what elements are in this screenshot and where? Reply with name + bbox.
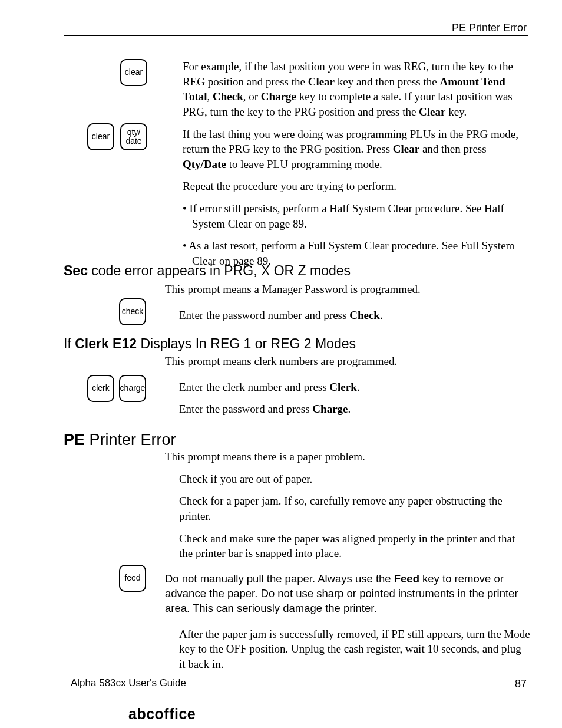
- text: Do not manually pull the paper. Always u…: [165, 572, 394, 585]
- text-bold: Clear: [393, 143, 419, 155]
- heading-bold: PE: [64, 431, 85, 449]
- check-key-icon: check: [119, 298, 146, 325]
- footer-guide: Alpha 583cx User's Guide: [71, 677, 186, 690]
- text: This prompt means a Manager Password is …: [165, 282, 530, 297]
- text: Enter the password number and press: [179, 309, 349, 321]
- text-bold: Check: [213, 90, 243, 103]
- bullet-item: • If error still persists, perform a Hal…: [183, 201, 530, 231]
- text: Enter the clerk number and press: [179, 381, 329, 393]
- text: , or: [243, 90, 261, 103]
- heading-text: Printer Error: [85, 431, 176, 449]
- section-1-body: For example, if the last position you we…: [183, 59, 530, 276]
- feed-key-icon: feed: [119, 565, 146, 592]
- text-bold: Clerk: [329, 381, 356, 393]
- text: key.: [445, 106, 467, 118]
- charge-key-icon: charge: [119, 375, 146, 402]
- clear-key-icon: clear: [87, 123, 114, 150]
- section-4-body: This prompt means there is a paper probl…: [165, 449, 530, 679]
- running-header: PE Printer Error: [452, 21, 527, 35]
- text: .: [380, 309, 383, 321]
- text-bold: Clear: [308, 75, 335, 88]
- text-bold: Charge: [312, 403, 348, 415]
- section-heading-pe: PE Printer Error: [64, 429, 176, 450]
- heading-text: Displays In REG 1 or REG 2 Modes: [137, 336, 356, 351]
- heading-text: If: [64, 336, 75, 351]
- brand-mark: abcoffice: [128, 704, 196, 724]
- section-3-body: This prompt means clerk numbers are prog…: [165, 354, 530, 424]
- text: Check and make sure the paper was aligne…: [179, 531, 530, 561]
- text: Check for a paper jam. If so, carefully …: [179, 493, 530, 523]
- header-rule: [64, 35, 528, 36]
- text: and then press: [419, 143, 486, 155]
- text: .: [357, 381, 360, 393]
- text: This prompt means clerk numbers are prog…: [165, 354, 530, 369]
- text: ,: [207, 90, 213, 103]
- text: .: [348, 403, 351, 415]
- clear-key-icon: clear: [120, 59, 147, 86]
- text: Enter the password and press: [179, 403, 312, 415]
- text-bold: Qty/Date: [183, 158, 226, 170]
- heading-text: code error appears in PRG, X OR Z modes: [88, 263, 351, 278]
- text: After the paper jam is successfully remo…: [179, 627, 530, 672]
- text-bold: Check: [349, 309, 380, 321]
- section-heading-clerk: If Clerk E12 Displays In REG 1 or REG 2 …: [64, 335, 356, 353]
- text: This prompt means there is a paper probl…: [165, 449, 530, 465]
- heading-bold: Sec: [64, 263, 88, 278]
- footer-page-number: 87: [515, 677, 527, 691]
- section-2-body: This prompt means a Manager Password is …: [165, 282, 530, 330]
- text-bold: Charge: [261, 90, 296, 103]
- section-heading-sec: Sec code error appears in PRG, X OR Z mo…: [64, 262, 351, 280]
- text: Repeat the procedure you are trying to p…: [183, 179, 530, 194]
- clerk-key-icon: clerk: [87, 375, 114, 402]
- text-bold: Clear: [419, 106, 445, 118]
- text: to leave PLU programming mode.: [226, 158, 382, 170]
- text: key and then press the: [335, 75, 439, 88]
- text: Check if you are out of paper.: [179, 472, 530, 487]
- qty-date-key-icon: qty/ date: [120, 123, 147, 150]
- heading-bold: Clerk E12: [75, 336, 137, 351]
- text-bold: Feed: [394, 572, 419, 585]
